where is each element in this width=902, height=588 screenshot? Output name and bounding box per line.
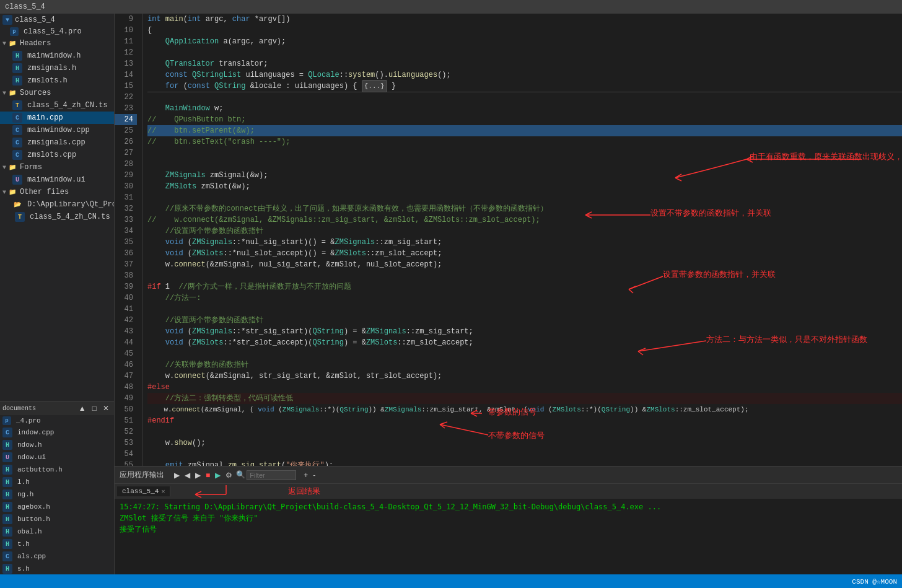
toolbar-prev-btn[interactable]: ◀ bbox=[182, 470, 193, 481]
code-line-32: // w.connect(&zmSignal, &ZMSignals::zm_s… bbox=[147, 214, 902, 226]
sidebar-item-ts2[interactable]: T class_5_4_zh_CN.ts bbox=[0, 211, 114, 223]
bottom-panel-title: 应用程序输出 bbox=[120, 470, 164, 480]
output-text-2: ZMSlot 接受了信号 来自于 "你来执行" bbox=[120, 514, 258, 522]
cpp-icon3: C bbox=[12, 138, 22, 147]
sidebar-item-zmslots-cpp[interactable]: C zmslots.cpp bbox=[0, 149, 114, 161]
cpp-icon5: C bbox=[2, 428, 12, 437]
folder-forms-icon: 📁 bbox=[7, 162, 17, 172]
folder-other-icon: 📁 bbox=[7, 187, 17, 197]
sidebar-bottom-panel: documents ▲ □ ✕ p _4.pro C indow.cpp H n… bbox=[0, 401, 114, 574]
forms-label: Forms bbox=[20, 163, 42, 172]
bottom-tab-class54[interactable]: class_5_4 ✕ bbox=[117, 486, 170, 496]
code-text[interactable]: int main(int argc, char *argv[]) { QAppl… bbox=[142, 14, 902, 466]
code-line-28: ZMSignals zmSignal(&w); bbox=[147, 170, 902, 181]
code-line-53 bbox=[147, 449, 902, 460]
sidebar-section-other[interactable]: ▼ 📁 Other files bbox=[0, 186, 114, 198]
sidebar-item-mainwindow-h[interactable]: H mainwindow.h bbox=[0, 50, 114, 62]
sidebar-item-zmsignals-cpp[interactable]: C zmsignals.cpp bbox=[0, 136, 114, 149]
sidebar-item-mainwindow-cpp[interactable]: C mainwindow.cpp bbox=[0, 124, 114, 136]
sidebar-bottom-item-pro[interactable]: p _4.pro bbox=[0, 415, 114, 426]
toolbar-next-btn[interactable]: ▶ bbox=[193, 470, 203, 481]
bottom-panel: 应用程序输出 ▶ ◀ ▶ ■ ▶ ⚙ 🔍 + - class_5_4 ✕ bbox=[115, 466, 902, 574]
sidebar-bottom-item-ngh[interactable]: H ng.h bbox=[0, 488, 114, 501]
annotation-return: 返回结果 bbox=[220, 479, 320, 504]
code-line-11: QApplication a(argc, argv); bbox=[147, 36, 902, 47]
project-root[interactable]: ▼ class_5_4 bbox=[0, 14, 114, 26]
sidebar-close-btn[interactable]: ✕ bbox=[100, 403, 112, 414]
h-icon12: H bbox=[2, 564, 12, 574]
code-editor[interactable]: 9 10 11 12 13 14 15 22 23 24 25 26 27 28… bbox=[115, 14, 902, 466]
sidebar-bottom-item-th[interactable]: H t.h bbox=[0, 538, 114, 550]
code-line-13: QTranslator translator; bbox=[147, 58, 902, 69]
sidebar-new-btn[interactable]: □ bbox=[90, 403, 99, 414]
sidebar-bottom-item-window-ui[interactable]: U ndow.ui bbox=[0, 451, 114, 463]
h-icon8: H bbox=[2, 502, 12, 512]
sidebar-bottom-item-window-h[interactable]: H ndow.h bbox=[0, 439, 114, 451]
collapsed-block[interactable]: {...} bbox=[362, 80, 387, 92]
bottom-tab-close[interactable]: ✕ bbox=[161, 488, 165, 495]
cpp-icon: C bbox=[12, 113, 22, 123]
sidebar-item-path[interactable]: 📂 D:\AppLibrary\Qt_Project\ bbox=[0, 198, 114, 211]
sidebar-item-mainwindow-ui[interactable]: U mainwindow.ui bbox=[0, 173, 114, 186]
sidebar-bottom-item-mainwindow[interactable]: C indow.cpp bbox=[0, 426, 114, 439]
sidebar-item-main-cpp[interactable]: C main.cpp bbox=[0, 112, 114, 124]
sidebar-item-ts[interactable]: T class_5_4_zh_CN.ts bbox=[0, 99, 114, 112]
code-line-38: #if 1 //两个方式一样，只是指针函数开放与不开放的问题 bbox=[147, 281, 902, 292]
code-line-45: //关联带参数的函数指针 bbox=[147, 359, 902, 371]
sidebar-bottom-item-obalh[interactable]: H obal.h bbox=[0, 525, 114, 538]
code-line-48: //方法二：强制转类型，代码可读性低 bbox=[147, 393, 902, 404]
line-numbers: 9 10 11 12 13 14 15 22 23 24 25 26 27 28… bbox=[115, 14, 142, 466]
code-line-9: int main(int argc, char *argv[]) bbox=[147, 14, 902, 25]
output-line-3: 接受了信号 bbox=[120, 524, 897, 535]
ui-icon: U bbox=[12, 175, 22, 185]
h-icon10: H bbox=[2, 527, 12, 537]
project-name: class_5_4 bbox=[15, 15, 55, 24]
code-line-15: for (const QString &locale : uiLanguages… bbox=[147, 81, 902, 92]
code-line-44 bbox=[147, 348, 902, 359]
code-line-30 bbox=[147, 192, 902, 203]
toolbar-run-btn[interactable]: ▶ bbox=[172, 470, 182, 481]
code-line-37 bbox=[147, 270, 902, 281]
cpp-icon2: C bbox=[12, 125, 22, 135]
h-icon4: H bbox=[2, 440, 12, 450]
sidebar-bottom-item-agebox[interactable]: H agebox.h bbox=[0, 501, 114, 513]
title-bar: class_5_4 bbox=[0, 0, 902, 14]
sidebar-section-headers[interactable]: ▼ 📁 Headers bbox=[0, 37, 114, 50]
sidebar-up-btn[interactable]: ▲ bbox=[76, 403, 89, 414]
sidebar: ▼ class_5_4 p class_5_4.pro ▼ 📁 Headers … bbox=[0, 14, 115, 574]
headers-label: Headers bbox=[20, 39, 51, 48]
code-line-35: void (ZMSlots::*nul_slot_accept)() = &ZM… bbox=[147, 248, 902, 259]
sidebar-item-zmsignals-h[interactable]: H zmsignals.h bbox=[0, 62, 114, 74]
sidebar-section-sources[interactable]: ▼ 📁 Sources bbox=[0, 87, 114, 99]
annotation-2: 设置不带参数的函数指针，并关联 bbox=[650, 208, 771, 219]
pro-icon: p bbox=[10, 27, 19, 36]
sidebar-item-zmslots-h[interactable]: H zmslots.h bbox=[0, 74, 114, 87]
code-line-33: //设置两个带参数的函数指针 bbox=[147, 226, 902, 237]
sidebar-bottom-item-sh[interactable]: H s.h bbox=[0, 563, 114, 574]
sidebar-bottom-item-button[interactable]: H button.h bbox=[0, 513, 114, 525]
output-line-2: ZMSlot 接受了信号 来自于 "你来执行" bbox=[120, 512, 897, 524]
code-line-14: const QStringList uiLanguages = QLocale:… bbox=[147, 69, 902, 81]
sidebar-bottom-item-lh[interactable]: H l.h bbox=[0, 476, 114, 488]
annotation-4: 方法二：与方法一类似，只是不对外指针函数 bbox=[706, 334, 867, 345]
subfolder-icon: 📂 bbox=[12, 200, 22, 209]
h-icon5: H bbox=[2, 465, 12, 475]
code-line-54: emit zmSignal.zm_sig_start("你来执行"); bbox=[147, 460, 902, 466]
other-label: Other files bbox=[20, 188, 69, 196]
expand-forms-icon: ▼ bbox=[2, 164, 6, 171]
sources-label: Sources bbox=[20, 89, 51, 97]
toolbar-stop-btn[interactable]: ■ bbox=[203, 470, 212, 481]
code-line-36: w.connect(&zmSignal, nul_sig_start, &zmS… bbox=[147, 259, 902, 270]
sidebar-bottom-item-actbutton[interactable]: H actbutton.h bbox=[0, 463, 114, 476]
sidebar-section-forms[interactable]: ▼ 📁 Forms bbox=[0, 161, 114, 173]
pro-icon2: p bbox=[2, 416, 11, 425]
ui-icon2: U bbox=[2, 452, 12, 462]
sidebar-item-pro[interactable]: p class_5_4.pro bbox=[0, 26, 114, 37]
expand-other-icon: ▼ bbox=[2, 189, 6, 196]
annotation-1: 由于有函数重载，原来关联函数出现歧义，不能再使用 bbox=[750, 151, 902, 162]
sidebar-tree: ▼ class_5_4 p class_5_4.pro ▼ 📁 Headers … bbox=[0, 14, 114, 401]
h-icon2: H bbox=[12, 63, 22, 73]
h-icon7: H bbox=[2, 489, 12, 499]
sidebar-bottom-item-alscpp[interactable]: C als.cpp bbox=[0, 550, 114, 563]
bottom-tabs: class_5_4 ✕ 返回结果 bbox=[115, 484, 902, 499]
